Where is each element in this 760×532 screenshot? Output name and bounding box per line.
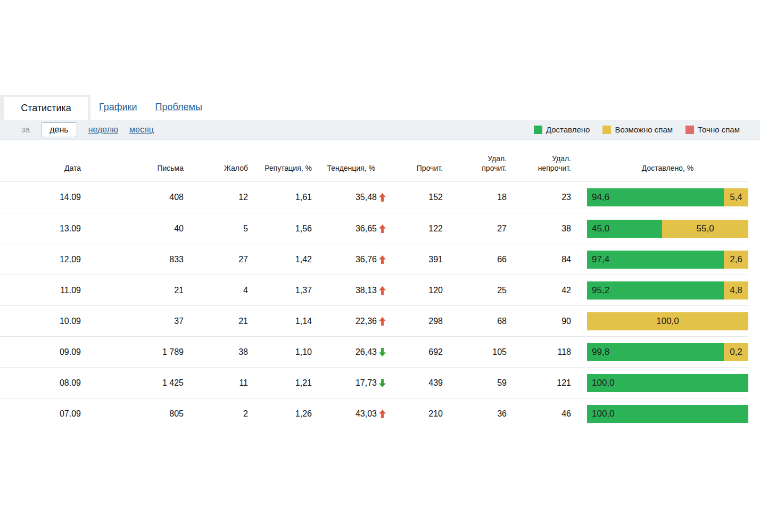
cell-deleted-unread: 23 — [507, 193, 571, 202]
delivered-stacked-bar: 94,65,4 — [587, 188, 748, 206]
trend-value: 43,03 — [356, 409, 377, 419]
cell-deleted-read: 68 — [443, 317, 507, 326]
statistics-page: Статистика Графики Проблемы за день неде… — [0, 0, 760, 429]
cell-letters: 40 — [81, 224, 184, 234]
trend-value: 17,73 — [356, 378, 377, 388]
period-month-link[interactable]: месяц — [129, 125, 154, 135]
period-day-button[interactable]: день — [41, 122, 77, 137]
cell-trend: 35,48 — [312, 193, 386, 202]
trend-up-icon — [379, 225, 386, 233]
cell-letters: 833 — [81, 255, 184, 264]
delivered-stacked-bar: 100,0 — [587, 374, 748, 392]
delivered-stacked-bar: 97,42,6 — [587, 251, 748, 269]
cell-deleted-unread: 90 — [507, 317, 571, 326]
column-header-date: Дата — [0, 163, 81, 173]
cell-delivered-bar: 99,80,2 — [571, 343, 748, 361]
bar-segment-delivered: 99,8 — [587, 343, 724, 361]
trend-up-icon — [379, 317, 386, 326]
delivered-stacked-bar: 99,80,2 — [587, 343, 748, 361]
column-header-delivered: Доставлено, % — [571, 163, 748, 173]
cell-reputation: 1,26 — [248, 409, 312, 419]
bar-segment-label: 2,6 — [730, 254, 742, 265]
cell-trend: 17,73 — [312, 378, 386, 388]
cell-deleted-read: 105 — [443, 347, 507, 357]
cell-deleted-unread: 118 — [507, 347, 571, 357]
legend-label: Возможно спам — [615, 125, 673, 134]
cell-delivered-bar: 94,65,4 — [571, 188, 748, 206]
bar-segment-label: 100,0 — [592, 378, 615, 388]
delivered-stacked-bar: 100,0 — [587, 312, 748, 330]
cell-trend: 22,36 — [312, 317, 386, 326]
cell-read: 298 — [386, 317, 443, 326]
column-header-deleted-read: Удал. прочит. — [443, 154, 507, 173]
cell-reputation: 1,10 — [248, 347, 312, 357]
table-row: 12.09833271,4236,76391668497,42,6 — [0, 244, 748, 275]
table-row: 10.0937211,1422,362986890100,0 — [0, 305, 748, 336]
legend-swatch-delivered — [534, 126, 542, 134]
legend: ДоставленоВозможно спамТочно спам — [521, 125, 740, 134]
active-tab-background: Статистика — [0, 95, 90, 120]
legend-label: Точно спам — [698, 125, 740, 134]
cell-trend: 26,43 — [312, 347, 386, 357]
cell-date: 13.09 — [0, 224, 81, 234]
cell-complaints: 5 — [184, 224, 248, 234]
column-header-complaints: Жалоб — [184, 163, 248, 173]
cell-reputation: 1,14 — [248, 317, 312, 326]
tab-charts[interactable]: Графики — [99, 102, 137, 113]
table-row: 13.094051,5636,65122273845,055,0 — [0, 213, 748, 244]
tab-problems[interactable]: Проблемы — [155, 102, 202, 113]
cell-letters: 1 789 — [81, 347, 184, 357]
cell-read: 210 — [386, 409, 443, 419]
cell-complaints: 2 — [184, 409, 248, 419]
tab-statistics[interactable]: Статистика — [4, 97, 88, 120]
cell-letters: 21 — [81, 286, 184, 295]
period-toolbar: за день неделю месяц ДоставленоВозможно … — [0, 120, 760, 140]
bar-segment-maybe_spam: 0,2 — [724, 343, 748, 361]
trend-down-icon — [379, 348, 386, 356]
legend-swatch-maybe_spam — [602, 126, 611, 134]
legend-item-sure_spam: Точно спам — [685, 125, 740, 134]
bar-segment-label: 95,2 — [592, 285, 609, 296]
cell-trend: 38,13 — [312, 286, 386, 295]
cell-trend: 36,76 — [312, 255, 386, 264]
period-week-link[interactable]: неделю — [88, 125, 118, 135]
bar-segment-label: 5,4 — [730, 192, 742, 203]
cell-delivered-bar: 100,0 — [571, 312, 748, 330]
cell-date: 11.09 — [0, 286, 81, 295]
cell-deleted-read: 27 — [443, 224, 507, 234]
cell-complaints: 11 — [184, 378, 248, 388]
bar-segment-label: 100,0 — [592, 409, 615, 419]
cell-date: 09.09 — [0, 347, 81, 357]
bar-segment-delivered: 100,0 — [587, 405, 748, 423]
cell-complaints: 38 — [184, 347, 248, 357]
cell-deleted-unread: 42 — [507, 286, 571, 295]
bar-segment-label: 0,2 — [730, 347, 742, 358]
trend-value: 36,76 — [356, 255, 377, 264]
column-header-read: Прочит. — [386, 163, 443, 173]
table-row: 11.092141,3738,13120254295,24,8 — [0, 275, 748, 305]
trend-up-icon — [379, 193, 386, 202]
trend-up-icon — [379, 255, 386, 264]
bar-segment-label: 94,6 — [592, 192, 609, 203]
cell-delivered-bar: 100,0 — [571, 374, 748, 392]
cell-reputation: 1,37 — [248, 286, 312, 295]
delivered-stacked-bar: 45,055,0 — [587, 220, 748, 238]
trend-value: 35,48 — [356, 193, 377, 202]
legend-item-delivered: Доставлено — [534, 125, 590, 134]
tabs-bar: Статистика Графики Проблемы — [0, 95, 760, 120]
cell-reputation: 1,61 — [248, 193, 312, 202]
legend-swatch-sure_spam — [685, 126, 694, 134]
cell-delivered-bar: 100,0 — [571, 405, 748, 423]
column-header-reputation: Репутация, % — [248, 163, 312, 173]
table-header: ДатаПисьмаЖалобРепутация, %Тенденция, %П… — [0, 140, 748, 182]
cell-date: 07.09 — [0, 409, 81, 419]
cell-read: 120 — [386, 286, 443, 295]
cell-date: 10.09 — [0, 317, 81, 326]
bar-segment-maybe_spam: 2,6 — [724, 251, 748, 269]
trend-value: 38,13 — [356, 286, 377, 295]
bar-segment-delivered: 100,0 — [587, 374, 748, 392]
cell-complaints: 4 — [184, 286, 248, 295]
cell-letters: 408 — [81, 193, 184, 202]
cell-deleted-read: 18 — [443, 193, 507, 202]
table-body: 14.09408121,6135,48152182394,65,413.0940… — [0, 182, 748, 429]
